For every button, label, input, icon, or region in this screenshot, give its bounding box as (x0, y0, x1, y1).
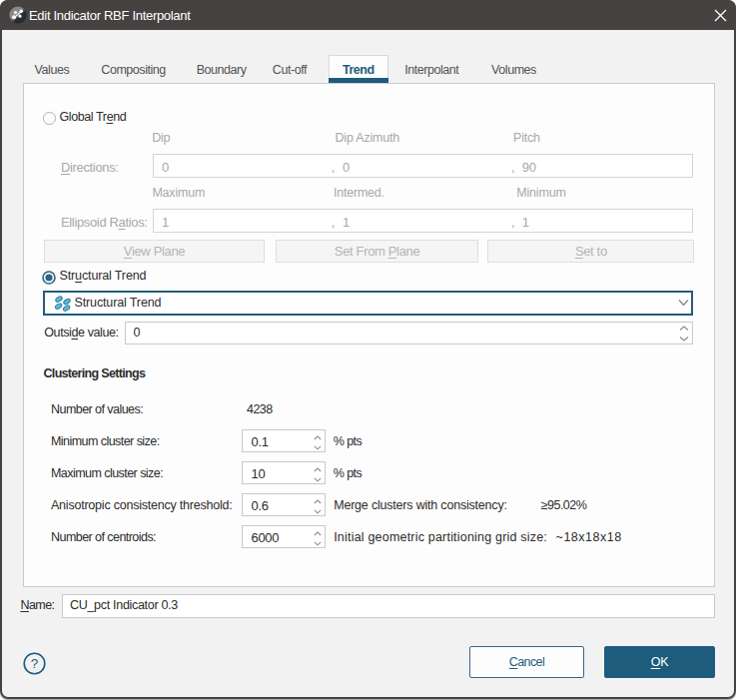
svg-text:?: ? (31, 656, 39, 671)
